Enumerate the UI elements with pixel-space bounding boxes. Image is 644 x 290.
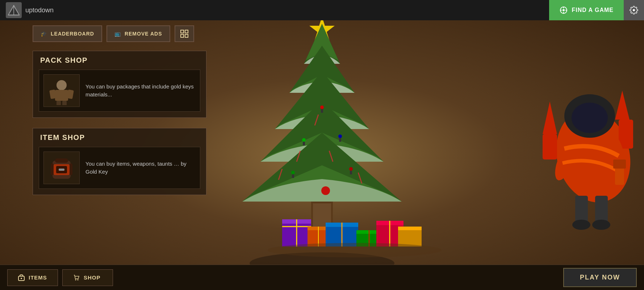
character [492,47,644,265]
shop-icon [73,274,80,281]
extra-button[interactable] [175,25,194,42]
svg-rect-86 [55,158,68,163]
find-game-label: FIND A GAME [572,7,614,13]
crosshair-icon [559,6,568,14]
items-icon [18,274,25,281]
bottom-bar: ITEMS SHOP PLAY NOW [0,265,644,290]
svg-point-95 [75,279,76,280]
svg-rect-80 [55,90,68,101]
item-shop-backpack-icon [47,153,76,182]
remove-ads-button[interactable]: 📺 REMOVE ADS [106,25,170,42]
svg-rect-75 [181,30,184,33]
svg-rect-37 [350,171,352,174]
play-now-label: PLAY NOW [580,274,620,281]
svg-point-5 [563,9,565,11]
play-now-button[interactable]: PLAY NOW [563,268,637,287]
find-game-button[interactable]: FIND A GAME [549,0,624,20]
item-shop-title: ITEM SHOP [33,128,206,147]
svg-point-79 [57,80,67,90]
svg-rect-91 [59,169,64,171]
gifts-area [268,192,449,265]
left-panels: PACK SHOP You can buy packages that incl… [33,51,206,195]
shop-button[interactable]: SHOP [62,269,113,286]
svg-rect-31 [321,109,323,113]
svg-rect-35 [303,142,305,145]
svg-rect-74 [613,160,626,169]
svg-point-36 [349,167,353,171]
topbar: uptodown FIND A GAME [0,0,644,20]
svg-rect-57 [398,228,422,246]
svg-rect-64 [543,134,557,160]
leaderboard-icon: 🎓 [41,31,47,37]
pack-shop-content[interactable]: You can buy packages that include gold k… [39,70,200,112]
svg-point-96 [78,279,79,280]
items-label: ITEMS [29,274,47,281]
pack-shop-panel[interactable]: PACK SHOP You can buy packages that incl… [33,51,206,118]
remove-ads-label: REMOVE ADS [125,31,162,37]
pack-shop-description: You can buy packages that include gold k… [85,83,196,99]
svg-rect-39 [292,174,294,178]
svg-marker-62 [543,102,557,134]
svg-point-34 [302,138,306,142]
gear-icon [630,6,638,14]
items-button[interactable]: ITEMS [7,269,58,286]
action-bar: 🎓 LEADERBOARD 📺 REMOVE ADS [33,25,194,42]
item-shop-image [43,152,80,184]
tv-icon: 📺 [114,31,121,37]
pack-shop-title: PACK SHOP [33,51,206,70]
item-shop-content[interactable]: You can buy items, weapons, taunts … by … [39,147,200,189]
svg-point-72 [592,220,610,230]
svg-rect-58 [398,227,422,230]
topbar-right: FIND A GAME [549,0,644,20]
svg-rect-33 [339,138,341,142]
svg-rect-76 [185,30,188,33]
bottom-left-buttons: ITEMS SHOP [7,269,113,286]
settings-button[interactable] [624,0,644,20]
svg-point-68 [572,103,608,133]
svg-marker-61 [615,91,630,120]
svg-point-32 [338,134,342,138]
svg-rect-78 [185,34,188,37]
item-shop-description: You can buy items, weapons, taunts … by … [85,160,196,176]
svg-point-59 [268,243,442,257]
brand-name: uptodown [25,7,54,14]
extra-icon [180,30,188,38]
topbar-left: uptodown [0,2,54,18]
logo-icon [6,2,22,18]
item-shop-panel[interactable]: ITEM SHOP You can buy items, weapons, ta… [33,128,206,195]
svg-point-10 [633,9,635,11]
svg-point-38 [291,171,295,174]
svg-rect-89 [51,163,54,175]
leaderboard-label: LEADERBOARD [51,31,94,37]
leaderboard-button[interactable]: 🎓 LEADERBOARD [33,25,102,42]
svg-rect-77 [181,34,184,37]
pack-shop-character-icon [47,76,76,105]
shop-label: SHOP [84,274,101,281]
svg-point-71 [572,220,590,230]
svg-point-30 [320,105,324,109]
svg-rect-90 [70,163,72,175]
pack-shop-image [43,74,80,107]
svg-rect-83 [57,101,61,105]
svg-rect-84 [62,101,67,105]
svg-rect-73 [615,167,624,185]
